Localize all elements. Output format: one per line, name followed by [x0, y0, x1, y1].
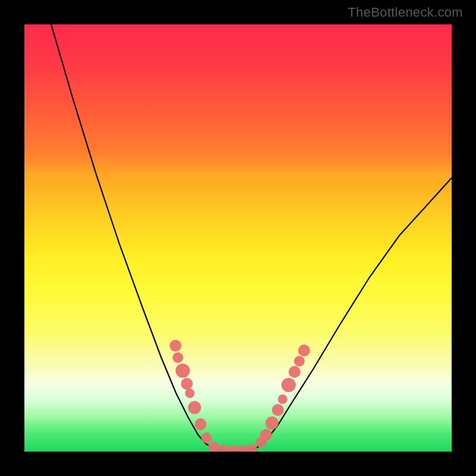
- data-bead: [278, 394, 287, 404]
- data-bead: [201, 433, 212, 443]
- data-bead: [208, 441, 219, 452]
- data-bead: [298, 345, 310, 356]
- data-bead: [185, 389, 195, 398]
- data-bead: [227, 445, 238, 452]
- data-bead: [173, 352, 183, 363]
- data-bead: [181, 378, 193, 390]
- data-bead: [265, 416, 278, 430]
- data-bead: [281, 378, 296, 392]
- data-bead: [272, 404, 284, 416]
- data-bead: [246, 444, 257, 452]
- bottleneck-curve: [24, 24, 452, 452]
- data-bead: [176, 364, 190, 378]
- data-bead: [294, 356, 305, 367]
- data-bead: [218, 444, 228, 452]
- data-bead: [170, 340, 181, 352]
- plot-area: [24, 24, 452, 452]
- watermark-text: TheBottleneck.com: [348, 5, 463, 20]
- data-bead: [188, 401, 201, 414]
- data-bead: [195, 418, 206, 430]
- data-bead: [237, 445, 248, 452]
- chart-frame: TheBottleneck.com: [0, 0, 476, 476]
- bead-cluster: [170, 340, 310, 452]
- v-curve-path: [51, 24, 452, 451]
- data-bead: [289, 366, 300, 378]
- data-bead: [260, 429, 272, 441]
